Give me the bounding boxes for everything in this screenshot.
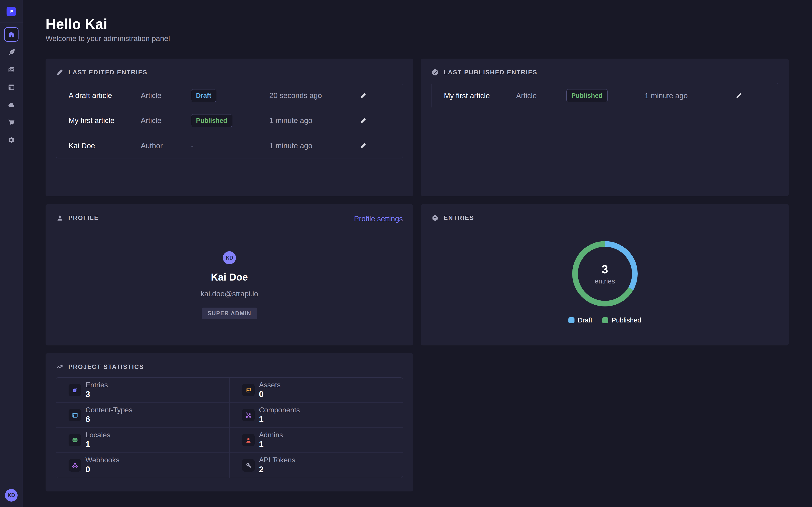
panel-header: PROFILE	[56, 204, 403, 222]
legend-item-published: Published	[602, 316, 641, 324]
stat-text: Entries3	[86, 381, 108, 399]
stat-text: Components1	[259, 406, 300, 424]
layout-icon	[68, 409, 81, 421]
strapi-logo-button[interactable]	[6, 7, 16, 16]
last-published-entries-panel: LAST PUBLISHED ENTRIES My first articleA…	[421, 59, 789, 196]
entry-updated-time: 1 minute ago	[269, 142, 360, 150]
pencil-icon	[56, 68, 64, 76]
status-badge: Published	[566, 89, 608, 102]
panel-title: LAST PUBLISHED ENTRIES	[444, 69, 538, 76]
stat-item-components: Components1	[230, 403, 403, 428]
stat-text: Locales1	[86, 431, 110, 449]
entry-type: Article	[516, 92, 566, 100]
stats-grid: Entries3Assets0Content-Types6Components1…	[56, 378, 403, 478]
entries-donut-chart: 3 entries	[572, 241, 638, 306]
cart-icon	[7, 118, 15, 126]
edit-entry-button[interactable]	[360, 117, 369, 124]
cube-icon	[431, 214, 439, 222]
entry-status: Published	[191, 114, 269, 127]
sidebar-item-marketplace[interactable]	[4, 115, 18, 129]
donut-center: 3 entries	[572, 241, 638, 306]
stat-label: Components	[259, 406, 300, 414]
panel-header: LAST EDITED ENTRIES	[56, 59, 403, 76]
sidebar-item-home[interactable]	[4, 27, 18, 42]
stat-text: Content-Types6	[86, 406, 133, 424]
sidebar-item-settings[interactable]	[4, 133, 18, 147]
entry-row: My first articleArticlePublished1 minute…	[56, 108, 403, 133]
stat-item-api-tokens: API Tokens2	[230, 453, 403, 478]
docs-icon	[68, 384, 81, 396]
entry-updated-time: 1 minute ago	[269, 116, 360, 125]
entry-title: Kai Doe	[68, 142, 141, 150]
feather-icon	[7, 48, 15, 56]
stat-label: Webhooks	[86, 456, 119, 464]
stat-text: Assets0	[259, 381, 281, 399]
webhook-icon	[68, 459, 81, 471]
pencil-icon	[735, 92, 742, 99]
panel-title: PROFILE	[68, 215, 99, 222]
edit-entry-button[interactable]	[735, 92, 744, 99]
entry-status: Draft	[191, 89, 269, 102]
stat-item-assets: Assets0	[230, 378, 403, 403]
status-badge: Draft	[191, 89, 216, 102]
status-badge: Published	[191, 114, 232, 127]
stat-value: 2	[259, 465, 295, 474]
stat-label: Assets	[259, 381, 281, 389]
chart-legend: DraftPublished	[421, 316, 789, 324]
stat-item-webhooks: Webhooks0	[56, 453, 230, 478]
key-icon	[242, 459, 255, 471]
stat-label: API Tokens	[259, 456, 295, 464]
stat-value: 1	[86, 440, 110, 449]
sidebar-item-media-library[interactable]	[4, 62, 18, 77]
stat-value: 0	[259, 390, 281, 399]
cloud-icon	[7, 101, 15, 109]
profile-avatar: KD	[223, 251, 236, 264]
stat-label: Entries	[86, 381, 108, 389]
sidebar-item-content-manager[interactable]	[4, 45, 18, 59]
page-title: Hello Kai	[46, 16, 107, 33]
legend-swatch	[602, 317, 608, 323]
entry-status: Published	[566, 89, 645, 102]
stat-text: API Tokens2	[259, 456, 295, 474]
trending-up-icon	[56, 363, 64, 371]
entry-type: Article	[141, 91, 191, 100]
stat-value: 3	[86, 390, 108, 399]
stat-value: 0	[86, 465, 119, 474]
sidebar-item-deploy[interactable]	[4, 98, 18, 112]
profile-name: Kai Doe	[211, 272, 248, 283]
entry-updated-time: 1 minute ago	[645, 92, 735, 100]
entries-total: 3	[602, 263, 608, 276]
home-icon	[7, 31, 15, 39]
legend-item-draft: Draft	[568, 316, 592, 324]
pencil-icon	[360, 92, 367, 99]
entry-updated-time: 20 seconds ago	[269, 91, 360, 100]
pencil-icon	[360, 142, 367, 149]
profile-body: KD Kai Doe kai.doe@strapi.io SUPER ADMIN	[46, 251, 413, 319]
legend-label: Draft	[578, 316, 592, 324]
last-published-table: My first articleArticlePublished1 minute…	[431, 83, 778, 108]
entry-status: -	[191, 142, 269, 150]
stat-item-admins: Admins1	[230, 428, 403, 453]
page-subtitle: Welcome to your administration panel	[46, 34, 170, 43]
entry-title: My first article	[68, 116, 141, 125]
stat-text: Webhooks0	[86, 456, 119, 474]
panel-header: LAST PUBLISHED ENTRIES	[431, 59, 778, 76]
entry-title: A draft article	[68, 91, 141, 100]
globe-icon	[68, 434, 81, 446]
pencil-icon	[360, 117, 367, 124]
edit-entry-button[interactable]	[360, 92, 369, 99]
edit-entry-button[interactable]	[360, 142, 369, 149]
entry-type: Article	[141, 116, 191, 125]
gear-icon	[7, 136, 15, 144]
stat-label: Content-Types	[86, 406, 133, 414]
profile-settings-link[interactable]: Profile settings	[354, 215, 403, 223]
last-edited-entries-panel: LAST EDITED ENTRIES A draft articleArtic…	[46, 59, 413, 196]
panel-header: ENTRIES	[431, 204, 778, 222]
panel-title: LAST EDITED ENTRIES	[68, 69, 148, 76]
user-avatar[interactable]: KD	[5, 489, 17, 502]
legend-swatch	[568, 317, 574, 323]
stat-label: Admins	[259, 431, 283, 439]
sidebar-item-content-type-builder[interactable]	[4, 80, 18, 95]
stat-label: Locales	[86, 431, 110, 439]
profile-panel: PROFILE Profile settings KD Kai Doe kai.…	[46, 204, 413, 345]
